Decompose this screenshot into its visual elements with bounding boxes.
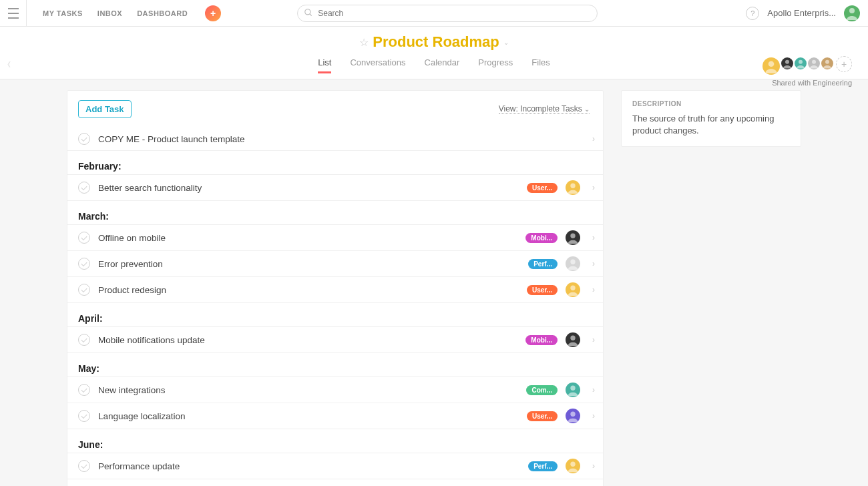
task-assignee-avatar[interactable] — [566, 180, 580, 195]
section-header[interactable]: February: — [67, 151, 603, 175]
task-assignee-avatar[interactable] — [566, 256, 580, 271]
section-header[interactable]: May: — [67, 353, 603, 377]
task-tag[interactable]: User... — [527, 183, 558, 193]
view-selector[interactable]: View: Incomplete Tasks ⌄ — [499, 104, 590, 114]
tab-list[interactable]: List — [318, 57, 331, 73]
task-detail-caret-icon[interactable]: › — [592, 411, 595, 421]
task-row[interactable]: Offline on mobileMobi...› — [67, 225, 603, 251]
collapse-sidebar-handle[interactable]: 《 — [4, 60, 11, 69]
task-row[interactable]: Product redesignUser...› — [67, 277, 603, 303]
complete-checkbox[interactable] — [78, 334, 90, 346]
project-member-avatar[interactable] — [780, 56, 795, 71]
task-tag[interactable]: Perf... — [528, 461, 558, 471]
help-button[interactable]: ? — [746, 7, 759, 20]
section-header[interactable]: April: — [67, 303, 603, 327]
task-assignee-avatar[interactable] — [566, 230, 580, 245]
task-tag[interactable]: User... — [527, 411, 558, 421]
project-member-avatar[interactable] — [820, 56, 835, 71]
nav-inbox[interactable]: INBOX — [97, 9, 122, 17]
task-title[interactable]: COPY ME - Product launch template — [98, 134, 580, 144]
task-assignee-avatar[interactable] — [566, 459, 580, 473]
task-row[interactable]: COPY ME - Product launch template› — [67, 128, 603, 151]
task-row[interactable]: Better search functionalityUser...› — [67, 175, 603, 201]
description-card: DESCRIPTION The source of truth for any … — [621, 90, 801, 147]
complete-checkbox[interactable] — [78, 384, 90, 396]
task-tag[interactable]: Mobi... — [525, 233, 558, 243]
tab-files[interactable]: Files — [531, 57, 550, 73]
task-title[interactable]: Better search functionality — [98, 183, 519, 193]
nav-my-tasks[interactable]: MY TASKS — [43, 9, 83, 17]
global-add-button[interactable]: + — [205, 5, 221, 21]
complete-checkbox[interactable] — [78, 182, 90, 194]
task-detail-caret-icon[interactable]: › — [592, 335, 595, 344]
task-row[interactable]: Error preventionPerf...› — [67, 251, 603, 277]
task-detail-caret-icon[interactable]: › — [592, 285, 595, 294]
task-tag[interactable]: User... — [527, 285, 558, 295]
task-row[interactable]: Mobile notifications updateMobi...› — [67, 327, 603, 353]
task-tag[interactable]: Perf... — [528, 259, 558, 269]
complete-checkbox[interactable] — [78, 410, 90, 422]
nav-dashboard[interactable]: DASHBOARD — [137, 9, 188, 17]
project-title[interactable]: Product Roadmap — [373, 33, 499, 51]
task-assignee-avatar[interactable] — [566, 383, 580, 397]
task-detail-caret-icon[interactable]: › — [592, 385, 595, 395]
task-title[interactable]: Error prevention — [98, 259, 520, 269]
project-member-avatar[interactable] — [807, 56, 821, 71]
task-row[interactable]: Language localizationUser...› — [67, 403, 603, 429]
section-header[interactable]: July: — [67, 479, 603, 486]
task-title[interactable]: Product redesign — [98, 285, 519, 295]
menu-toggle[interactable] — [0, 0, 27, 27]
svg-point-5 — [799, 60, 803, 64]
task-tag[interactable]: Mobi... — [525, 335, 558, 345]
tab-progress[interactable]: Progress — [478, 57, 513, 73]
svg-point-3 — [769, 61, 775, 67]
favorite-star-icon[interactable]: ☆ — [359, 36, 369, 49]
task-title[interactable]: Mobile notifications update — [98, 335, 517, 345]
search-input[interactable] — [297, 5, 598, 22]
task-detail-caret-icon[interactable]: › — [592, 134, 595, 144]
task-title[interactable]: Language localization — [98, 411, 519, 421]
task-detail-caret-icon[interactable]: › — [592, 259, 595, 268]
task-row[interactable]: New integrationsCom...› — [67, 377, 603, 403]
svg-point-15 — [570, 462, 575, 467]
current-user-avatar[interactable] — [844, 5, 860, 21]
task-assignee-avatar[interactable] — [566, 409, 580, 423]
tab-calendar[interactable]: Calendar — [425, 57, 460, 73]
task-detail-caret-icon[interactable]: › — [592, 183, 595, 192]
task-tag[interactable]: Com... — [526, 385, 558, 395]
task-assignee-avatar[interactable] — [566, 332, 580, 347]
description-text[interactable]: The source of truth for any upcoming pro… — [632, 113, 790, 137]
description-label: DESCRIPTION — [632, 100, 790, 107]
complete-checkbox[interactable] — [78, 460, 90, 472]
add-member-button[interactable]: + — [836, 56, 852, 72]
task-title[interactable]: New integrations — [98, 385, 518, 395]
svg-point-11 — [570, 286, 575, 290]
complete-checkbox[interactable] — [78, 232, 90, 244]
task-detail-caret-icon[interactable]: › — [592, 233, 595, 242]
add-task-button[interactable]: Add Task — [78, 100, 132, 118]
workspace-name[interactable]: Apollo Enterpris... — [767, 8, 836, 18]
list-controls: Add Task View: Incomplete Tasks ⌄ — [67, 91, 603, 128]
svg-point-8 — [570, 184, 575, 188]
tab-conversations[interactable]: Conversations — [350, 57, 405, 73]
complete-checkbox[interactable] — [78, 133, 90, 145]
project-menu-caret-icon[interactable]: ⌄ — [503, 39, 509, 46]
project-member-avatar[interactable] — [761, 56, 781, 76]
side-column: DESCRIPTION The source of truth for any … — [621, 90, 801, 486]
task-detail-caret-icon[interactable]: › — [592, 461, 595, 471]
svg-point-6 — [812, 60, 816, 64]
svg-point-0 — [305, 9, 310, 14]
task-title[interactable]: Offline on mobile — [98, 233, 517, 243]
svg-point-9 — [570, 234, 575, 238]
complete-checkbox[interactable] — [78, 284, 90, 296]
task-title[interactable]: Performance update — [98, 461, 520, 471]
topbar: MY TASKS INBOX DASHBOARD + ? Apollo Ente… — [0, 0, 868, 27]
project-member-avatar[interactable] — [793, 56, 808, 71]
task-row[interactable]: Performance updatePerf...› — [67, 453, 603, 479]
task-assignee-avatar[interactable] — [566, 282, 580, 297]
topbar-right: ? Apollo Enterpris... — [746, 5, 860, 21]
section-header[interactable]: June: — [67, 429, 603, 453]
section-header[interactable]: March: — [67, 201, 603, 225]
hamburger-icon — [7, 8, 20, 19]
complete-checkbox[interactable] — [78, 258, 90, 270]
